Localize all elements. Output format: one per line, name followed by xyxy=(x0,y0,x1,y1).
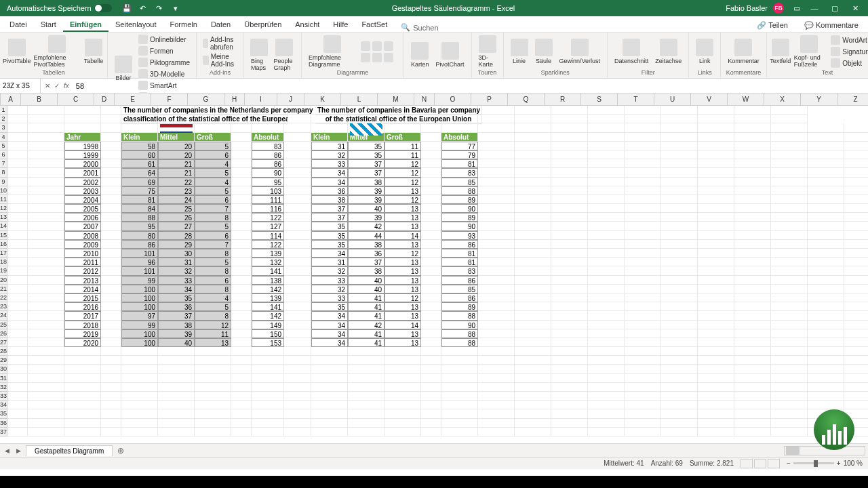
table-cell[interactable]: 6 xyxy=(195,195,231,204)
table-cell[interactable]: 30 xyxy=(158,249,195,258)
sheet-next-icon[interactable]: ▶ xyxy=(14,447,23,454)
table-cell[interactable]: 64 xyxy=(121,168,158,177)
table-cell[interactable]: 132 xyxy=(252,258,284,266)
table-cell[interactable]: 21 xyxy=(158,168,195,177)
table-cell[interactable]: 38 xyxy=(348,266,384,275)
table-cell[interactable]: 41 xyxy=(348,293,384,302)
table-cell[interactable]: 8 xyxy=(195,213,231,222)
table-cell[interactable]: 41 xyxy=(348,311,384,320)
row-header[interactable]: 20 xyxy=(0,276,7,285)
save-icon[interactable]: 💾 xyxy=(121,3,132,14)
table-cell[interactable]: 37 xyxy=(311,213,348,222)
table-cell[interactable]: 2013 xyxy=(64,276,101,285)
row-header[interactable]: 30 xyxy=(0,365,7,373)
table-cell[interactable]: 11 xyxy=(384,142,421,150)
row-header[interactable]: 37 xyxy=(0,428,7,436)
fx-icon[interactable]: fx xyxy=(64,82,69,89)
table-cell[interactable]: 20 xyxy=(158,150,195,159)
table-cell[interactable]: 23 xyxy=(158,186,195,195)
redo-icon[interactable]: ↷ xyxy=(154,3,165,14)
table-cell[interactable]: 32 xyxy=(311,266,348,275)
table-cell[interactable]: 38 xyxy=(348,240,384,249)
table-cell[interactable]: 86 xyxy=(252,159,284,168)
table-cell[interactable]: 142 xyxy=(252,285,284,293)
table-cell[interactable]: 13 xyxy=(384,285,421,293)
column-header[interactable]: Y xyxy=(801,94,837,105)
table-cell[interactable]: 1998 xyxy=(64,142,101,150)
view-page-break-button[interactable] xyxy=(768,459,780,468)
table-cell[interactable]: 4 xyxy=(195,159,231,168)
table-cell[interactable]: 86 xyxy=(441,293,478,302)
table-cell[interactable]: 116 xyxy=(252,204,284,213)
ribbon-textfeld[interactable]: Textfeld xyxy=(771,37,790,66)
table-cell[interactable]: 2008 xyxy=(64,231,101,240)
table-cell[interactable]: 139 xyxy=(252,249,284,258)
column-header[interactable]: K xyxy=(304,94,341,105)
table-cell[interactable]: 103 xyxy=(252,186,284,195)
table-cell[interactable]: 44 xyxy=(348,231,384,240)
table-cell[interactable]: 95 xyxy=(252,178,284,186)
table-cell[interactable]: 35 xyxy=(311,302,348,311)
table-cell[interactable]: 13 xyxy=(384,266,421,275)
tab-seitenlayout[interactable]: Seitenlayout xyxy=(108,18,163,32)
tab-start[interactable]: Start xyxy=(34,18,63,32)
table-cell[interactable]: 13 xyxy=(195,338,231,347)
table-cell[interactable]: 8 xyxy=(195,249,231,258)
ribbon-display-icon[interactable]: ▭ xyxy=(793,4,800,13)
table-cell[interactable]: 60 xyxy=(121,150,158,159)
ribbon-s-ule[interactable]: Säule xyxy=(532,37,555,66)
table-cell[interactable]: 88 xyxy=(441,311,478,320)
table-cell[interactable]: 81 xyxy=(441,258,478,266)
table-cell[interactable]: 85 xyxy=(441,285,478,293)
table-cell[interactable]: 12 xyxy=(384,159,421,168)
table-cell[interactable]: 88 xyxy=(441,338,478,347)
ribbon-meine-add-ins[interactable]: Meine Add-Ins xyxy=(201,52,239,68)
table-cell[interactable]: 2020 xyxy=(64,338,101,347)
view-page-layout-button[interactable] xyxy=(754,459,766,468)
table-cell[interactable]: 2016 xyxy=(64,302,101,311)
table-cell[interactable]: 86 xyxy=(441,240,478,249)
table-cell[interactable]: 2002 xyxy=(64,178,101,186)
table-cell[interactable]: 75 xyxy=(121,186,158,195)
row-header[interactable]: 3 xyxy=(0,123,7,132)
ribbon-formen[interactable]: Formen xyxy=(136,45,192,56)
table-cell[interactable]: 2004 xyxy=(64,195,101,204)
table-cell[interactable]: 14 xyxy=(384,231,421,240)
table-cell[interactable]: 33 xyxy=(311,293,348,302)
table-cell[interactable]: 40 xyxy=(158,338,195,347)
table-cell[interactable]: 22 xyxy=(158,178,195,186)
row-header[interactable]: 1 xyxy=(0,106,7,115)
column-header[interactable]: P xyxy=(471,94,508,105)
chart-type-icon[interactable] xyxy=(384,53,393,62)
row-header[interactable]: 35 xyxy=(0,409,7,418)
table-cell[interactable]: 81 xyxy=(121,195,158,204)
row-header[interactable]: 7 xyxy=(0,159,7,168)
table-cell[interactable]: 37 xyxy=(348,258,384,266)
formula-input[interactable]: 58 xyxy=(73,82,87,90)
table-cell[interactable]: 84 xyxy=(121,204,158,213)
table-cell[interactable]: 5 xyxy=(195,302,231,311)
ribbon-objekt[interactable]: Objekt xyxy=(829,58,868,68)
table-cell[interactable]: 83 xyxy=(441,168,478,177)
column-header[interactable]: I xyxy=(245,94,277,105)
ribbon-linie[interactable]: Linie xyxy=(508,37,531,66)
table-cell[interactable]: 34 xyxy=(311,311,348,320)
table-cell[interactable]: 139 xyxy=(252,293,284,302)
table-cell[interactable]: 100 xyxy=(121,293,158,302)
table-cell[interactable]: 6 xyxy=(195,150,231,159)
qat-more-icon[interactable]: ▾ xyxy=(170,3,181,14)
table-cell[interactable]: 149 xyxy=(252,321,284,329)
table-cell[interactable]: 27 xyxy=(158,222,195,230)
table-cell[interactable]: 31 xyxy=(158,258,195,266)
table-cell[interactable]: 41 xyxy=(348,338,384,347)
column-header[interactable]: W xyxy=(728,94,764,105)
row-header[interactable]: 12 xyxy=(0,204,7,213)
table-cell[interactable]: 122 xyxy=(252,240,284,249)
table-cell[interactable]: 35 xyxy=(348,142,384,150)
row-header[interactable]: 14 xyxy=(0,222,7,230)
ribbon-empfohlene-diagramme[interactable]: Empfohlene Diagramme xyxy=(306,34,359,69)
table-cell[interactable]: 35 xyxy=(348,150,384,159)
table-cell[interactable]: 32 xyxy=(311,150,348,159)
table-cell[interactable]: 28 xyxy=(158,231,195,240)
ribbon-kopf-und-fu-zeile[interactable]: Kopf- und Fußzeile xyxy=(791,34,828,69)
